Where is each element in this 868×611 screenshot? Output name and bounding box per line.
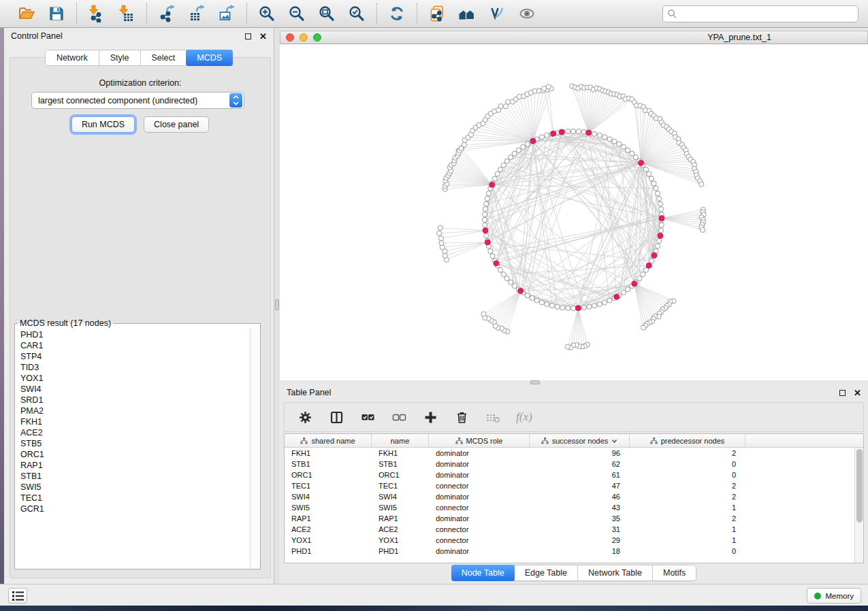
export-table-button[interactable] (187, 3, 207, 24)
tab-mcds[interactable]: MCDS (186, 50, 233, 66)
criterion-select[interactable]: largest connected component (undirected) (31, 92, 244, 109)
close-panel-icon[interactable]: ✕ (259, 33, 267, 39)
mcds-result-item[interactable]: YOX1 (20, 373, 249, 384)
mcds-result-item[interactable]: PMA2 (20, 406, 249, 416)
network-canvas[interactable] (280, 44, 868, 380)
zoom-in-icon (258, 5, 276, 22)
mcds-result-list[interactable]: PHD1CAR1STP4TID3YOX1SWI4SRD1PMA2FKH1ACE2… (16, 329, 249, 568)
cell-successor-nodes: 47 (530, 480, 630, 491)
tab-select[interactable]: Select (141, 50, 187, 65)
table-row[interactable]: STB1STB1dominator620 (285, 459, 863, 469)
table-row[interactable]: PHD1PHD1dominator180 (285, 546, 863, 557)
table-row[interactable]: ACE2ACE2connector311 (285, 524, 863, 535)
delete-column-button[interactable] (453, 409, 470, 425)
cell-successor-nodes: 35 (530, 513, 630, 524)
export-image-button[interactable] (216, 3, 237, 24)
column-header-name[interactable]: name (372, 434, 429, 448)
close-window-icon[interactable] (286, 33, 294, 42)
tab-motifs[interactable]: Motifs (653, 565, 696, 580)
table-toolbar: f(x) (284, 402, 864, 432)
mcds-result-item[interactable]: FKH1 (20, 416, 249, 427)
cell-name: SWI5 (372, 502, 429, 513)
deselect-all-rows-button[interactable] (391, 409, 407, 425)
cell-name: YOX1 (372, 535, 429, 546)
vertical-splitter-handle[interactable] (275, 299, 279, 310)
refresh-view-button[interactable] (387, 3, 407, 24)
mcds-result-item[interactable]: STB1 (20, 471, 249, 482)
import-network-button[interactable] (86, 3, 107, 24)
zoom-fit-button[interactable] (317, 3, 337, 24)
show-panels-button[interactable] (8, 588, 27, 604)
mcds-result-item[interactable]: ACE2 (20, 427, 249, 438)
tab-network-table[interactable]: Network Table (578, 565, 653, 580)
mcds-result-item[interactable]: TEC1 (20, 493, 249, 503)
table-row[interactable]: YOX1YOX1connector291 (285, 535, 863, 546)
add-column-button[interactable] (422, 409, 438, 425)
zoom-out-button[interactable] (287, 3, 307, 24)
control-panel-title: Control Panel (11, 31, 63, 41)
tab-network[interactable]: Network (46, 50, 99, 65)
mcds-result-item[interactable]: STP4 (20, 351, 249, 362)
mcds-result-item[interactable]: GCR1 (20, 503, 249, 514)
mcds-result-item[interactable]: STB5 (20, 438, 249, 449)
table-body: FKH1FKH1dominator962STB1STB1dominator620… (285, 448, 863, 557)
result-list-scrollbar[interactable] (250, 328, 260, 569)
select-all-rows-button[interactable] (359, 409, 376, 425)
table-scrollbar[interactable] (854, 448, 863, 563)
column-header-shared-name[interactable]: shared name (285, 434, 372, 448)
tab-style[interactable]: Style (99, 50, 141, 65)
cell-shared-name: SWI5 (285, 502, 372, 513)
first-neighbors-button[interactable] (457, 3, 477, 24)
mcds-result-item[interactable]: RAP1 (20, 460, 249, 471)
maximize-window-icon[interactable] (313, 33, 321, 42)
cell-MCDS-role: dominator (429, 491, 530, 502)
mcds-result-item[interactable]: TID3 (20, 362, 249, 373)
mcds-result-item[interactable]: PHD1 (20, 329, 249, 340)
minimize-window-icon[interactable] (300, 33, 308, 42)
table-close-panel-icon[interactable]: ✕ (854, 390, 861, 396)
open-file-button[interactable] (16, 3, 37, 24)
close-panel-button[interactable]: Close panel (144, 116, 209, 133)
column-header-successor-nodes[interactable]: successor nodes (530, 434, 630, 448)
show-columns-button[interactable] (328, 409, 344, 425)
table-row[interactable]: SWI5SWI5connector431 (285, 502, 863, 513)
zoom-selected-icon (348, 5, 366, 22)
search-box[interactable] (662, 5, 858, 22)
network-from-file-button[interactable] (427, 3, 447, 24)
hide-selected-button[interactable] (517, 3, 537, 24)
table-settings-button[interactable] (297, 409, 313, 425)
cell-MCDS-role: dominator (429, 513, 530, 524)
table-row[interactable]: RAP1RAP1dominator352 (285, 513, 863, 524)
table-row[interactable]: TEC1TEC1connector472 (285, 480, 863, 491)
column-header-MCDS-role[interactable]: MCDS role (429, 434, 530, 448)
float-window-icon[interactable] (245, 33, 251, 39)
control-panel: Control Panel ✕ NetworkStyleSelectMCDS O… (4, 28, 274, 584)
table-row[interactable]: SWI4SWI4dominator462 (285, 491, 863, 502)
zoom-selected-button[interactable] (347, 3, 367, 24)
table-float-window-icon[interactable] (839, 390, 846, 396)
import-table-button[interactable] (116, 3, 137, 24)
table-row[interactable]: FKH1FKH1dominator962 (285, 448, 863, 459)
mcds-result-item[interactable]: SWI5 (20, 482, 249, 493)
export-network-button[interactable] (157, 3, 177, 24)
mcds-result-item[interactable]: CAR1 (20, 340, 249, 351)
run-mcds-button[interactable]: Run MCDS (71, 116, 135, 133)
vizmapper-icon (488, 5, 506, 22)
column-header-predecessor-nodes[interactable]: predecessor nodes (630, 434, 745, 448)
vizmapper-button[interactable] (487, 3, 507, 24)
cell-predecessor-nodes: 2 (630, 448, 745, 459)
network-window-title: YPA_prune.txt_1 (563, 33, 868, 42)
mcds-result-item[interactable]: ORC1 (20, 449, 249, 460)
table-settings-icon (298, 410, 312, 425)
mcds-result-item[interactable]: SWI4 (20, 384, 249, 395)
cell-shared-name: ACE2 (285, 524, 372, 535)
memory-button[interactable]: Memory (807, 588, 861, 604)
save-session-button[interactable] (46, 3, 67, 24)
mcds-result-item[interactable]: SRD1 (20, 395, 249, 406)
table-scrollbar-thumb[interactable] (856, 449, 863, 523)
search-input[interactable] (680, 7, 858, 21)
table-row[interactable]: ORC1ORC1dominator610 (285, 469, 863, 480)
zoom-in-button[interactable] (257, 3, 277, 24)
tab-edge-table[interactable]: Edge Table (515, 565, 578, 580)
tab-node-table[interactable]: Node Table (451, 565, 515, 581)
